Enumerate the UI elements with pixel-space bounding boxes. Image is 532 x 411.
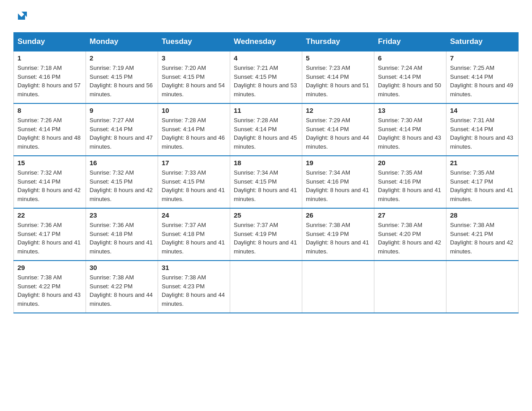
calendar-day-cell: 7 Sunrise: 7:25 AMSunset: 4:14 PMDayligh… (446, 51, 519, 103)
day-info: Sunrise: 7:18 AMSunset: 4:16 PMDaylight:… (17, 64, 82, 98)
calendar-week-row: 15 Sunrise: 7:32 AMSunset: 4:14 PMDaylig… (14, 156, 519, 208)
logo-icon (14, 9, 29, 23)
day-number: 25 (234, 211, 298, 219)
calendar-day-cell: 14 Sunrise: 7:31 AMSunset: 4:14 PMDaylig… (446, 103, 519, 156)
day-info: Sunrise: 7:28 AMSunset: 4:14 PMDaylight:… (234, 116, 298, 151)
day-info: Sunrise: 7:28 AMSunset: 4:14 PMDaylight:… (162, 116, 226, 151)
day-number: 16 (90, 159, 154, 167)
calendar-day-cell: 28 Sunrise: 7:38 AMSunset: 4:21 PMDaylig… (446, 208, 519, 261)
day-info: Sunrise: 7:20 AMSunset: 4:15 PMDaylight:… (162, 64, 226, 98)
day-number: 23 (90, 211, 154, 219)
calendar-day-cell: 19 Sunrise: 7:34 AMSunset: 4:16 PMDaylig… (302, 156, 374, 208)
calendar-day-cell: 4 Sunrise: 7:21 AMSunset: 4:15 PMDayligh… (230, 51, 302, 103)
day-of-week-header: Wednesday (230, 33, 302, 51)
day-info: Sunrise: 7:19 AMSunset: 4:15 PMDaylight:… (90, 64, 154, 98)
calendar-day-cell: 8 Sunrise: 7:26 AMSunset: 4:14 PMDayligh… (14, 103, 86, 156)
day-number: 11 (234, 107, 298, 114)
day-number: 13 (378, 107, 442, 114)
day-number: 30 (90, 264, 154, 271)
day-info: Sunrise: 7:29 AMSunset: 4:14 PMDaylight:… (306, 116, 370, 151)
day-number: 31 (162, 264, 226, 271)
day-info: Sunrise: 7:33 AMSunset: 4:15 PMDaylight:… (162, 168, 226, 203)
day-of-week-header: Monday (86, 33, 158, 51)
day-number: 29 (17, 264, 82, 271)
day-of-week-header: Tuesday (158, 33, 230, 51)
calendar-day-cell: 12 Sunrise: 7:29 AMSunset: 4:14 PMDaylig… (302, 103, 374, 156)
day-info: Sunrise: 7:35 AMSunset: 4:16 PMDaylight:… (378, 168, 442, 203)
page-header (13, 9, 519, 23)
calendar-day-cell: 22 Sunrise: 7:36 AMSunset: 4:17 PMDaylig… (14, 208, 86, 261)
calendar-day-cell: 3 Sunrise: 7:20 AMSunset: 4:15 PMDayligh… (158, 51, 230, 103)
day-info: Sunrise: 7:32 AMSunset: 4:15 PMDaylight:… (90, 168, 154, 203)
day-number: 6 (378, 54, 442, 62)
day-info: Sunrise: 7:38 AMSunset: 4:22 PMDaylight:… (90, 273, 154, 308)
calendar-day-cell: 20 Sunrise: 7:35 AMSunset: 4:16 PMDaylig… (374, 156, 446, 208)
calendar-day-cell (446, 261, 519, 313)
calendar-day-cell: 23 Sunrise: 7:36 AMSunset: 4:18 PMDaylig… (86, 208, 158, 261)
day-number: 20 (378, 159, 442, 167)
calendar-day-cell (374, 261, 446, 313)
day-number: 27 (378, 211, 442, 219)
day-number: 15 (17, 159, 82, 167)
day-info: Sunrise: 7:21 AMSunset: 4:15 PMDaylight:… (234, 64, 298, 98)
calendar-week-row: 8 Sunrise: 7:26 AMSunset: 4:14 PMDayligh… (14, 103, 519, 156)
day-number: 28 (450, 211, 515, 219)
day-info: Sunrise: 7:34 AMSunset: 4:16 PMDaylight:… (306, 168, 370, 203)
day-info: Sunrise: 7:32 AMSunset: 4:14 PMDaylight:… (17, 168, 82, 203)
calendar-week-row: 1 Sunrise: 7:18 AMSunset: 4:16 PMDayligh… (14, 51, 519, 103)
day-info: Sunrise: 7:38 AMSunset: 4:21 PMDaylight:… (450, 221, 515, 256)
calendar-day-cell: 6 Sunrise: 7:24 AMSunset: 4:14 PMDayligh… (374, 51, 446, 103)
calendar-day-cell: 17 Sunrise: 7:33 AMSunset: 4:15 PMDaylig… (158, 156, 230, 208)
day-info: Sunrise: 7:38 AMSunset: 4:19 PMDaylight:… (306, 221, 370, 256)
day-number: 7 (450, 54, 515, 62)
day-of-week-header: Thursday (302, 33, 374, 51)
calendar-header-row: SundayMondayTuesdayWednesdayThursdayFrid… (14, 33, 519, 51)
day-info: Sunrise: 7:30 AMSunset: 4:14 PMDaylight:… (378, 116, 442, 151)
day-number: 21 (450, 159, 515, 167)
calendar-day-cell: 30 Sunrise: 7:38 AMSunset: 4:22 PMDaylig… (86, 261, 158, 313)
day-of-week-header: Friday (374, 33, 446, 51)
calendar-day-cell (302, 261, 374, 313)
day-info: Sunrise: 7:35 AMSunset: 4:17 PMDaylight:… (450, 168, 515, 203)
day-info: Sunrise: 7:24 AMSunset: 4:14 PMDaylight:… (378, 64, 442, 98)
day-info: Sunrise: 7:27 AMSunset: 4:14 PMDaylight:… (90, 116, 154, 151)
calendar-day-cell: 26 Sunrise: 7:38 AMSunset: 4:19 PMDaylig… (302, 208, 374, 261)
day-info: Sunrise: 7:38 AMSunset: 4:20 PMDaylight:… (378, 221, 442, 256)
calendar-day-cell: 16 Sunrise: 7:32 AMSunset: 4:15 PMDaylig… (86, 156, 158, 208)
day-info: Sunrise: 7:31 AMSunset: 4:14 PMDaylight:… (450, 116, 515, 151)
calendar-day-cell: 15 Sunrise: 7:32 AMSunset: 4:14 PMDaylig… (14, 156, 86, 208)
day-number: 2 (90, 54, 154, 62)
day-number: 5 (306, 54, 370, 62)
day-number: 26 (306, 211, 370, 219)
calendar-day-cell: 13 Sunrise: 7:30 AMSunset: 4:14 PMDaylig… (374, 103, 446, 156)
calendar-table: SundayMondayTuesdayWednesdayThursdayFrid… (13, 32, 519, 313)
calendar-day-cell (230, 261, 302, 313)
day-info: Sunrise: 7:26 AMSunset: 4:14 PMDaylight:… (17, 116, 82, 151)
day-number: 12 (306, 107, 370, 114)
day-info: Sunrise: 7:36 AMSunset: 4:17 PMDaylight:… (17, 221, 82, 256)
day-info: Sunrise: 7:37 AMSunset: 4:19 PMDaylight:… (234, 221, 298, 256)
day-number: 19 (306, 159, 370, 167)
day-number: 17 (162, 159, 226, 167)
calendar-week-row: 29 Sunrise: 7:38 AMSunset: 4:22 PMDaylig… (14, 261, 519, 313)
day-number: 22 (17, 211, 82, 219)
day-number: 9 (90, 107, 154, 114)
day-number: 4 (234, 54, 298, 62)
day-number: 1 (17, 54, 82, 62)
day-info: Sunrise: 7:37 AMSunset: 4:18 PMDaylight:… (162, 221, 226, 256)
day-of-week-header: Sunday (14, 33, 86, 51)
calendar-day-cell: 21 Sunrise: 7:35 AMSunset: 4:17 PMDaylig… (446, 156, 519, 208)
day-info: Sunrise: 7:38 AMSunset: 4:22 PMDaylight:… (17, 273, 82, 308)
calendar-day-cell: 5 Sunrise: 7:23 AMSunset: 4:14 PMDayligh… (302, 51, 374, 103)
calendar-day-cell: 24 Sunrise: 7:37 AMSunset: 4:18 PMDaylig… (158, 208, 230, 261)
calendar-day-cell: 18 Sunrise: 7:34 AMSunset: 4:15 PMDaylig… (230, 156, 302, 208)
calendar-day-cell: 27 Sunrise: 7:38 AMSunset: 4:20 PMDaylig… (374, 208, 446, 261)
day-number: 10 (162, 107, 226, 114)
calendar-day-cell: 29 Sunrise: 7:38 AMSunset: 4:22 PMDaylig… (14, 261, 86, 313)
calendar-week-row: 22 Sunrise: 7:36 AMSunset: 4:17 PMDaylig… (14, 208, 519, 261)
calendar-day-cell: 2 Sunrise: 7:19 AMSunset: 4:15 PMDayligh… (86, 51, 158, 103)
calendar-day-cell: 11 Sunrise: 7:28 AMSunset: 4:14 PMDaylig… (230, 103, 302, 156)
calendar-day-cell: 10 Sunrise: 7:28 AMSunset: 4:14 PMDaylig… (158, 103, 230, 156)
calendar-day-cell: 9 Sunrise: 7:27 AMSunset: 4:14 PMDayligh… (86, 103, 158, 156)
calendar-day-cell: 25 Sunrise: 7:37 AMSunset: 4:19 PMDaylig… (230, 208, 302, 261)
